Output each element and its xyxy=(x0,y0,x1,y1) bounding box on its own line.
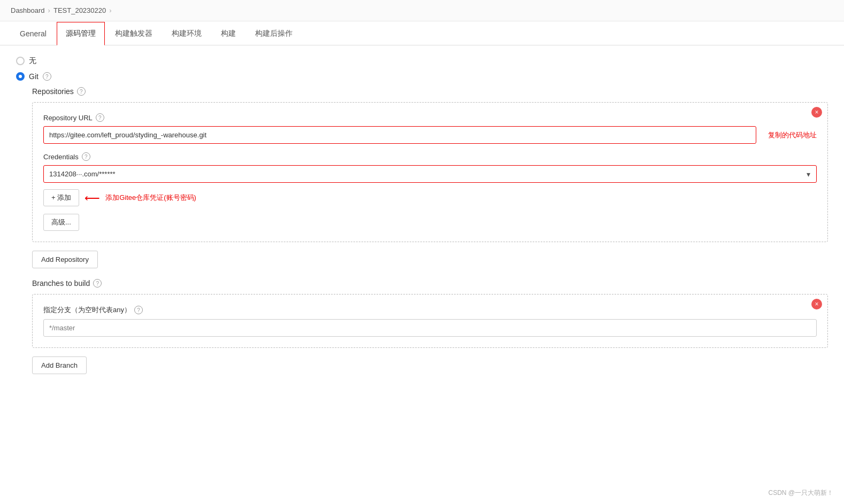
add-repository-button[interactable]: Add Repository xyxy=(32,251,98,268)
breadcrumb-sep-2: › xyxy=(109,6,111,14)
repository-box: × Repository URL ? 复制的代码地址 Credentials ?… xyxy=(32,102,828,242)
credentials-select[interactable]: 1314208···.com/****** xyxy=(43,165,817,183)
add-credentials-row: + 添加 ⟵ 添加Gitee仓库凭证(账号密码) xyxy=(43,189,817,206)
main-content: 无 Git ? Repositories ? × Repository URL … xyxy=(0,45,844,385)
branch-specifier-help-icon[interactable]: ? xyxy=(134,306,143,314)
tab-build[interactable]: 构建 xyxy=(212,22,245,45)
tab-triggers[interactable]: 构建触发器 xyxy=(106,22,162,45)
credentials-label-row: Credentials ? xyxy=(43,152,817,161)
repo-url-help-icon[interactable]: ? xyxy=(96,113,104,122)
branch-specifier-input[interactable] xyxy=(43,319,817,337)
repositories-header: Repositories ? xyxy=(32,87,828,96)
tab-source[interactable]: 源码管理 xyxy=(57,22,105,45)
credentials-help-icon[interactable]: ? xyxy=(82,152,90,161)
breadcrumb-sep-1: › xyxy=(48,6,50,14)
advanced-button[interactable]: 高级... xyxy=(43,214,79,231)
radio-none[interactable] xyxy=(16,57,25,65)
repositories-label: Repositories xyxy=(32,87,74,96)
repo-url-input[interactable] xyxy=(43,126,756,144)
breadcrumb-dashboard[interactable]: Dashboard xyxy=(11,6,45,14)
branches-header: Branches to build ? xyxy=(32,279,828,288)
repositories-section: Repositories ? × Repository URL ? 复制的代码地… xyxy=(32,87,828,374)
repo-url-annotation: 复制的代码地址 xyxy=(768,130,817,140)
branches-label: Branches to build xyxy=(32,279,90,288)
tab-env[interactable]: 构建环境 xyxy=(163,22,211,45)
close-repo-button[interactable]: × xyxy=(811,107,822,118)
add-annotation-row: + 添加 ⟵ 添加Gitee仓库凭证(账号密码) xyxy=(43,189,817,206)
repositories-help-icon[interactable]: ? xyxy=(77,87,86,96)
git-label: Git xyxy=(29,72,39,81)
branch-specifier-label: 指定分支（为空时代表any） xyxy=(43,305,131,315)
git-help-icon[interactable]: ? xyxy=(43,72,51,81)
radio-git[interactable] xyxy=(16,72,25,81)
repo-url-label-row: Repository URL ? xyxy=(43,113,817,122)
breadcrumb: Dashboard › TEST_20230220 › xyxy=(0,0,844,21)
none-label: 无 xyxy=(29,56,36,66)
tab-general[interactable]: General xyxy=(11,22,56,45)
tabs-bar: General 源码管理 构建触发器 构建环境 构建 构建后操作 xyxy=(0,21,844,45)
radio-row-git[interactable]: Git ? xyxy=(16,72,828,81)
repo-url-label: Repository URL xyxy=(43,114,93,122)
add-annotation-text: 添加Gitee仓库凭证(账号密码) xyxy=(105,193,196,203)
add-branch-button[interactable]: Add Branch xyxy=(32,356,87,374)
credentials-select-wrapper: 1314208···.com/****** xyxy=(43,165,817,183)
advanced-row: 高级... xyxy=(43,208,817,231)
close-branch-button[interactable]: × xyxy=(811,299,822,309)
credentials-label: Credentials xyxy=(43,153,79,161)
breadcrumb-project: TEST_20230220 xyxy=(53,6,106,14)
add-credentials-button[interactable]: + 添加 xyxy=(43,189,79,206)
branch-box: × 指定分支（为空时代表any） ? xyxy=(32,294,828,348)
branches-help-icon[interactable]: ? xyxy=(93,279,102,288)
arrow-icon: ⟵ xyxy=(85,191,100,204)
tab-post[interactable]: 构建后操作 xyxy=(246,22,302,45)
branch-specifier-label-row: 指定分支（为空时代表any） ? xyxy=(43,305,817,315)
radio-row-none[interactable]: 无 xyxy=(16,56,828,66)
repo-url-row: 复制的代码地址 xyxy=(43,126,817,144)
